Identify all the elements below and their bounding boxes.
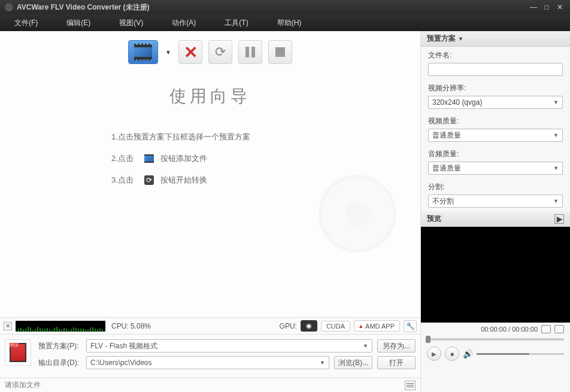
chevron-down-icon: ▼ <box>553 132 559 138</box>
reel-bg-icon <box>319 175 396 253</box>
app-icon <box>5 3 13 11</box>
snapshot2-button[interactable] <box>554 325 564 333</box>
nvidia-badge: ◉ <box>301 320 317 332</box>
stop-preview-button[interactable]: ■ <box>445 347 459 361</box>
maximize-button[interactable]: □ <box>541 3 552 11</box>
chevron-down-icon: ▼ <box>320 360 325 366</box>
profile-section-header[interactable]: 预置方案 ▼ <box>421 31 570 47</box>
chevron-down-icon: ▼ <box>553 99 559 105</box>
menubar: 文件(F) 编辑(E) 视图(V) 动作(A) 工具(T) 帮助(H) <box>0 14 570 31</box>
chevron-down-icon: ▼ <box>553 165 559 171</box>
toolbar: ▼ ✕ ⟳ <box>0 31 420 67</box>
aquality-select[interactable]: 普通质量 ▼ <box>428 162 563 175</box>
split-value: 不分割 <box>432 196 454 206</box>
resolution-select[interactable]: 320x240 (qvga) ▼ <box>428 96 563 109</box>
cpu-label: CPU: 5.08% <box>111 322 151 330</box>
aquality-value: 普通质量 <box>432 163 461 174</box>
footer-bar: 请添加文件 <box>0 378 420 392</box>
wizard-step-2-prefix: 2.点击 <box>111 153 138 164</box>
remove-button[interactable]: ✕ <box>178 40 202 64</box>
stop-button[interactable] <box>268 40 292 64</box>
time-display: 00:00:00 / 00:00:00 <box>481 326 538 333</box>
output-value: C:\Users\pc\Videos <box>90 358 152 367</box>
chevron-down-icon: ▼ <box>363 343 368 349</box>
wizard-step-2-suffix: 按钮添加文件 <box>160 153 207 164</box>
vquality-value: 普通质量 <box>432 130 461 141</box>
resolution-label: 视频分辨率: <box>428 83 563 93</box>
seek-slider[interactable] <box>427 338 564 341</box>
pause-button[interactable] <box>238 40 262 64</box>
chevron-down-icon: ▼ <box>458 36 463 42</box>
output-select[interactable]: C:\Users\pc\Videos ▼ <box>86 356 329 369</box>
wizard-step-3-prefix: 3.点击 <box>111 175 138 186</box>
cuda-badge[interactable]: CUDA <box>321 321 350 332</box>
x-icon: ✕ <box>184 42 198 62</box>
chevron-down-icon: ▼ <box>553 198 559 204</box>
menu-action[interactable]: 动作(A) <box>166 16 202 31</box>
snapshot-button[interactable] <box>541 325 551 333</box>
aquality-label: 音频质量: <box>428 149 563 159</box>
amd-badge[interactable]: ▴AMD APP <box>354 320 400 332</box>
film-icon <box>144 153 154 164</box>
volume-slider[interactable] <box>477 353 564 355</box>
resolution-value: 320x240 (qvga) <box>432 98 482 107</box>
titlebar: AVCWare FLV Video Converter (未注册) — □ ✕ <box>0 0 570 14</box>
convert-button[interactable]: ⟳ <box>208 40 232 64</box>
preview-box <box>421 227 570 323</box>
cpu-graph <box>16 321 105 332</box>
vquality-select[interactable]: 普通质量 ▼ <box>428 129 563 142</box>
split-label: 分割: <box>428 182 563 192</box>
output-label: 输出目录(D): <box>38 358 81 368</box>
list-view-button[interactable] <box>405 381 416 390</box>
wizard-step-2: 2.点击 按钮添加文件 <box>111 153 309 164</box>
vquality-label: 视频质量: <box>428 116 563 126</box>
stop-icon <box>275 47 285 57</box>
profile-value: FLV - Flash 视频格式 <box>90 341 157 351</box>
profile-select[interactable]: FLV - Flash 视频格式 ▼ <box>86 339 372 353</box>
filename-input[interactable] <box>428 63 563 76</box>
status-bar: ✕ CPU: 5.08% GPU: ◉ CUDA ▴AMD APP 🔧 <box>0 317 420 334</box>
wizard-step-3: 3.点击 ⟳ 按钮开始转换 <box>111 175 309 186</box>
pause-icon <box>245 47 255 57</box>
menu-tool[interactable]: 工具(T) <box>219 16 254 31</box>
close-button[interactable]: ✕ <box>554 3 565 11</box>
bottom-panel: 预置方案(P): FLV - Flash 视频格式 ▼ 另存为... 输出目录(… <box>0 334 420 378</box>
split-select[interactable]: 不分割 ▼ <box>428 195 563 208</box>
menu-view[interactable]: 视图(V) <box>113 16 149 31</box>
volume-icon[interactable]: 🔊 <box>463 349 473 358</box>
flv-icon <box>5 339 31 366</box>
add-file-dropdown[interactable]: ▼ <box>164 49 172 56</box>
menu-help[interactable]: 帮助(H) <box>271 16 308 31</box>
play-button[interactable]: ▶ <box>427 347 441 361</box>
menu-file[interactable]: 文件(F) <box>8 16 44 31</box>
wizard-title: 使用向导 <box>169 85 251 108</box>
saveas-button[interactable]: 另存为... <box>377 339 416 353</box>
settings-button[interactable]: 🔧 <box>404 320 417 332</box>
refresh-icon: ⟳ <box>144 175 154 186</box>
film-icon <box>134 45 152 59</box>
wizard-panel: 使用向导 1.点击预置方案下拉框选择一个预置方案 2.点击 按钮添加文件 3.点… <box>0 67 420 317</box>
wizard-step-1-text: 1.点击预置方案下拉框选择一个预置方案 <box>111 132 250 142</box>
filename-label: 文件名: <box>428 50 563 60</box>
open-button[interactable]: 打开 <box>377 356 416 369</box>
refresh-icon: ⟳ <box>215 44 226 60</box>
close-status-button[interactable]: ✕ <box>4 322 12 330</box>
profile-label: 预置方案(P): <box>38 341 81 351</box>
add-file-button[interactable] <box>128 40 158 64</box>
wizard-step-3-suffix: 按钮开始转换 <box>160 175 207 186</box>
footer-message: 请添加文件 <box>5 380 41 390</box>
preview-expand-button[interactable]: ▶ <box>554 214 564 224</box>
preview-section-header: 预览 ▶ <box>421 211 570 227</box>
browse-button[interactable]: 浏览(B)... <box>334 356 372 369</box>
right-panel: 预置方案 ▼ 文件名: 视频分辨率: 320x240 (qvga) ▼ 视频质量… <box>420 31 570 392</box>
minimize-button[interactable]: — <box>528 3 539 11</box>
app-title: AVCWare FLV Video Converter (未注册) <box>17 2 526 13</box>
gpu-label: GPU: <box>280 322 297 330</box>
wizard-step-1: 1.点击预置方案下拉框选择一个预置方案 <box>111 132 309 142</box>
menu-edit[interactable]: 编辑(E) <box>60 16 96 31</box>
